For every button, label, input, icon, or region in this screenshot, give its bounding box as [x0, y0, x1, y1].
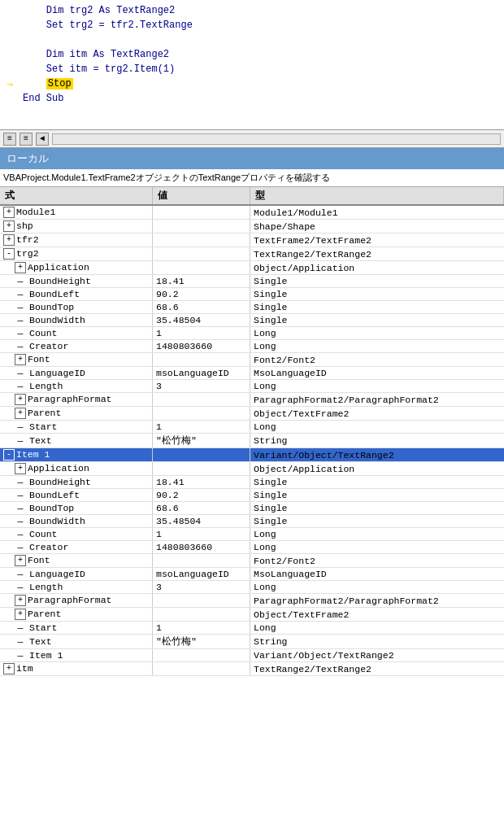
- expr-cell: —BoundHeight: [0, 476, 153, 489]
- var-name: ParagraphFormat: [28, 595, 112, 605]
- dash-icon: —: [15, 503, 26, 513]
- expand-icon[interactable]: +: [15, 394, 26, 405]
- value-cell: [153, 234, 250, 247]
- table-row[interactable]: +ApplicationObject/Application: [0, 261, 504, 275]
- expand-icon[interactable]: +: [15, 555, 26, 566]
- table-row[interactable]: —Item 1Variant/Object/TextRange2: [0, 649, 504, 662]
- table-row[interactable]: —Length3Long: [0, 380, 504, 393]
- var-name: BoundLeft: [29, 490, 80, 500]
- dash-icon: —: [15, 582, 26, 592]
- collapse-icon[interactable]: -: [3, 248, 15, 260]
- table-row[interactable]: —Creator1480803660Long: [0, 340, 504, 353]
- expand-icon[interactable]: +: [3, 207, 15, 218]
- table-row[interactable]: +ParagraphFormatParagraphFormat2/Paragra…: [0, 393, 504, 407]
- value-cell: 3: [153, 380, 250, 393]
- dash-icon: —: [15, 542, 26, 552]
- value-cell: [153, 353, 250, 367]
- editor-toolbar: ≡ ≡ ◄: [0, 130, 504, 148]
- expand-icon[interactable]: +: [15, 354, 26, 365]
- dash-icon: —: [15, 315, 26, 325]
- table-row[interactable]: +ParentObject/TextFrame2: [0, 608, 504, 622]
- code-editor: Dim trg2 As TextRange2 Set trg2 = tfr2.T…: [0, 0, 504, 130]
- table-row[interactable]: +shpShape/Shape: [0, 220, 504, 234]
- table-row[interactable]: —Length3Long: [0, 581, 504, 594]
- table-row[interactable]: —BoundHeight18.41Single: [0, 275, 504, 288]
- var-name: Application: [28, 463, 89, 474]
- var-name: shp: [16, 220, 33, 231]
- type-cell: Font2/Font2: [250, 554, 504, 568]
- type-cell: Object/TextFrame2: [250, 407, 504, 421]
- expand-icon[interactable]: +: [15, 262, 26, 273]
- var-name: BoundTop: [29, 302, 74, 312]
- expr-cell: +Application: [0, 261, 153, 275]
- expr-cell: +ParagraphFormat: [0, 393, 153, 407]
- value-cell: 35.48504: [153, 515, 250, 528]
- expr-cell: +Parent: [0, 407, 153, 421]
- table-row[interactable]: +ParagraphFormatParagraphFormat2/Paragra…: [0, 594, 504, 608]
- table-row[interactable]: —BoundLeft90.2Single: [0, 288, 504, 301]
- table-row[interactable]: —BoundTop68.6Single: [0, 502, 504, 515]
- expand-icon[interactable]: +: [15, 609, 26, 620]
- type-cell: Long: [250, 622, 504, 635]
- toolbar-btn-3[interactable]: ◄: [36, 133, 49, 146]
- table-row[interactable]: —Count1Long: [0, 327, 504, 340]
- dash-icon: —: [15, 650, 26, 661]
- expand-icon[interactable]: +: [3, 234, 15, 246]
- value-cell: [153, 220, 250, 234]
- value-cell: [153, 448, 250, 462]
- table-row[interactable]: —Creator1480803660Long: [0, 541, 504, 554]
- table-row[interactable]: —LanguageIDmsoLanguageIDMsoLanguageID: [0, 568, 504, 581]
- table-row[interactable]: +FontFont2/Font2: [0, 353, 504, 367]
- dash-icon: —: [15, 622, 26, 633]
- expand-icon[interactable]: +: [15, 408, 26, 419]
- table-row[interactable]: +Module1Module1/Module1: [0, 205, 504, 220]
- var-name: Length: [29, 381, 63, 391]
- table-row[interactable]: +itmTextRange2/TextRange2: [0, 662, 504, 676]
- value-cell: 18.41: [153, 476, 250, 489]
- table-row[interactable]: —BoundWidth35.48504Single: [0, 314, 504, 327]
- table-row[interactable]: —LanguageIDmsoLanguageIDMsoLanguageID: [0, 367, 504, 380]
- table-row[interactable]: —BoundTop68.6Single: [0, 301, 504, 314]
- type-cell: Long: [250, 340, 504, 353]
- table-row[interactable]: —Count1Long: [0, 528, 504, 541]
- type-cell: Long: [250, 541, 504, 554]
- collapse-icon[interactable]: -: [3, 449, 15, 460]
- table-row[interactable]: +ApplicationObject/Application: [0, 462, 504, 476]
- type-cell: Long: [250, 581, 504, 594]
- table-row[interactable]: —Text"松竹梅"String: [0, 635, 504, 649]
- arrow-spacer: [7, 18, 23, 33]
- table-row[interactable]: —BoundHeight18.41Single: [0, 476, 504, 489]
- value-cell: 90.2: [153, 288, 250, 301]
- table-row[interactable]: —BoundWidth35.48504Single: [0, 515, 504, 528]
- table-row[interactable]: —Start1Long: [0, 622, 504, 635]
- table-row[interactable]: —Text"松竹梅"String: [0, 434, 504, 448]
- var-name: Application: [28, 262, 89, 273]
- dash-icon: —: [15, 569, 26, 579]
- var-name: Item 1: [16, 449, 50, 460]
- expand-icon[interactable]: +: [3, 220, 15, 232]
- table-row[interactable]: +FontFont2/Font2: [0, 554, 504, 568]
- expand-icon[interactable]: +: [3, 663, 15, 674]
- expr-cell: —Text: [0, 434, 153, 448]
- local-panel-header: ローカル: [0, 148, 504, 169]
- expr-cell: —LanguageID: [0, 568, 153, 581]
- code-text: End Sub: [23, 93, 63, 104]
- table-row[interactable]: —Start1Long: [0, 421, 504, 434]
- expand-icon[interactable]: +: [15, 595, 26, 606]
- var-name: Creator: [29, 341, 68, 351]
- scroll-bar[interactable]: [52, 133, 501, 145]
- value-cell: msoLanguageID: [153, 568, 250, 581]
- table-row[interactable]: -Item 1Variant/Object/TextRange2: [0, 448, 504, 462]
- toolbar-btn-1[interactable]: ≡: [3, 133, 16, 146]
- expand-icon[interactable]: +: [15, 463, 26, 474]
- table-row[interactable]: +tfr2TextFrame2/TextFrame2: [0, 234, 504, 247]
- toolbar-btn-2[interactable]: ≡: [20, 133, 33, 146]
- var-name: BoundTop: [29, 503, 74, 513]
- expr-cell: —BoundLeft: [0, 288, 153, 301]
- table-row[interactable]: —BoundLeft90.2Single: [0, 489, 504, 502]
- expr-cell: —Count: [0, 528, 153, 541]
- dash-icon: —: [15, 368, 26, 378]
- type-cell: Single: [250, 515, 504, 528]
- table-row[interactable]: +ParentObject/TextFrame2: [0, 407, 504, 421]
- table-row[interactable]: -trg2TextRange2/TextRange2: [0, 247, 504, 261]
